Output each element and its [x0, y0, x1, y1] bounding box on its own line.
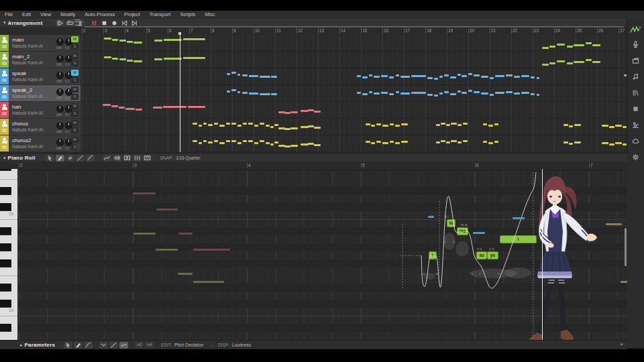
- tool-freehand-button[interactable]: [119, 342, 128, 349]
- piano-roll-vertical-scrollbar[interactable]: [625, 228, 627, 266]
- piano-roll-body[interactable]: C5C4 ikimasuyoik im as uy oaialkclsuoal: [0, 169, 627, 340]
- zoom-x4-button[interactable]: ×4: [145, 342, 154, 348]
- microphone-icon[interactable]: [630, 39, 641, 50]
- tool-keyboard-button[interactable]: [143, 155, 152, 162]
- track-row-main_2[interactable]: main_2Natsuki Karin AI0dB0.0MS: [0, 52, 80, 68]
- solo-button[interactable]: S: [71, 60, 78, 66]
- gain-knob[interactable]: [56, 88, 64, 96]
- play-from-start-button[interactable]: [56, 19, 64, 26]
- loop-button[interactable]: [66, 19, 74, 26]
- tool-split-half-button[interactable]: [123, 155, 131, 162]
- edit-value[interactable]: Pitch Deviation: [174, 343, 203, 347]
- tool-waveform-button[interactable]: [113, 155, 121, 162]
- snap-value[interactable]: 1/16 Quarter: [176, 156, 201, 160]
- piano-roll-note[interactable]: yo: [487, 251, 498, 259]
- tool-collapse-button[interactable]: [99, 342, 108, 349]
- piano-roll-note[interactable]: su: [476, 251, 487, 259]
- swap-arrow-icon[interactable]: ↔: [210, 343, 215, 347]
- mixer-desk-icon[interactable]: [630, 119, 641, 130]
- menu-item-view[interactable]: View: [36, 11, 56, 19]
- mute-button[interactable]: M: [71, 36, 78, 42]
- solo-button[interactable]: S: [71, 111, 78, 117]
- menu-item-edit[interactable]: Edit: [17, 11, 36, 19]
- stop-button[interactable]: [100, 19, 109, 26]
- black-key[interactable]: [0, 284, 11, 292]
- menu-item-modify[interactable]: Modify: [56, 11, 80, 19]
- track-row-hah[interactable]: hahNatsuki Karin AI0dB0.0MS: [0, 102, 80, 119]
- stack-icon[interactable]: [630, 103, 641, 114]
- arrangement-grid[interactable]: [81, 35, 627, 152]
- mute-button[interactable]: M: [71, 120, 78, 126]
- black-key[interactable]: [0, 169, 11, 171]
- settings-gear-icon[interactable]: [630, 152, 641, 162]
- tool-pitch-curve-button[interactable]: [103, 155, 111, 162]
- clapperboard-icon[interactable]: [630, 55, 641, 66]
- piano-roll-playhead[interactable]: [542, 169, 543, 340]
- track-color-strip[interactable]: [0, 52, 9, 68]
- piano-roll-note[interactable]: ki: [447, 219, 455, 227]
- piano-roll-note[interactable]: ma: [457, 227, 468, 235]
- track-color-strip[interactable]: [0, 102, 9, 118]
- solo-button[interactable]: S: [71, 77, 78, 83]
- tool-line-button[interactable]: [109, 342, 118, 349]
- tool-curve-button[interactable]: [86, 155, 95, 162]
- piano-keyboard[interactable]: C5C4: [0, 169, 17, 340]
- track-row-main[interactable]: mainNatsuki Karin AI0dB0.0MS: [0, 35, 80, 52]
- tool-sigmoid-button[interactable]: [84, 342, 93, 349]
- music-note-icon[interactable]: [630, 71, 641, 82]
- gain-knob[interactable]: [56, 55, 64, 62]
- tool-eraser-button[interactable]: [66, 155, 74, 162]
- chevron-right-icon[interactable]: ▸: [20, 343, 23, 348]
- disp-value[interactable]: Loudness: [232, 343, 251, 347]
- track-list-menu-icon[interactable]: [74, 19, 80, 25]
- solo-button[interactable]: S: [71, 44, 78, 50]
- zoom-x2-button[interactable]: ×2: [135, 342, 144, 348]
- gain-knob[interactable]: [56, 122, 64, 129]
- black-key[interactable]: [0, 227, 11, 235]
- tool-pencil-button[interactable]: [74, 342, 83, 349]
- menu-item-file[interactable]: File: [0, 11, 17, 19]
- black-key[interactable]: [0, 203, 11, 211]
- track-color-strip[interactable]: [0, 68, 9, 84]
- track-row-speak[interactable]: speakNatsuki Karin AI0dB0.0MS: [0, 68, 80, 85]
- tool-split-thirds-button[interactable]: [133, 155, 142, 162]
- skip-forward-button[interactable]: [130, 19, 139, 26]
- track-row-chorus[interactable]: chorusNatsuki Karin AI0dB0.0MS: [0, 119, 80, 135]
- track-color-strip[interactable]: [0, 35, 9, 51]
- black-key[interactable]: [0, 187, 11, 195]
- gain-knob[interactable]: [56, 38, 64, 46]
- track-color-strip[interactable]: [0, 119, 9, 135]
- mute-button[interactable]: M: [71, 53, 78, 59]
- tool-pointer-button[interactable]: [64, 342, 72, 349]
- close-parameters-icon[interactable]: ×: [619, 341, 625, 347]
- synthv-logo[interactable]: [630, 24, 641, 35]
- record-button[interactable]: [110, 19, 119, 26]
- tool-pencil-button[interactable]: [56, 155, 64, 162]
- tool-line-button[interactable]: [76, 155, 85, 162]
- solo-button[interactable]: S: [71, 127, 78, 133]
- piano-roll-note[interactable]: i: [429, 251, 437, 259]
- black-key[interactable]: [0, 259, 11, 267]
- black-key[interactable]: [0, 324, 11, 332]
- mute-button[interactable]: M: [71, 70, 78, 76]
- track-list-footer-button[interactable]: [75, 144, 80, 149]
- mute-button[interactable]: M: [71, 137, 78, 143]
- menu-item-transport[interactable]: Transport: [145, 11, 176, 19]
- track-color-strip[interactable]: [0, 135, 9, 152]
- tool-pointer-button[interactable]: [46, 155, 54, 162]
- pause-button[interactable]: [90, 19, 99, 26]
- black-key[interactable]: [0, 300, 11, 308]
- menu-item-scripts[interactable]: Scripts: [175, 11, 200, 19]
- menu-item-auto-process[interactable]: Auto-Process: [80, 11, 119, 19]
- chevron-down-icon[interactable]: ▾: [3, 156, 6, 161]
- mute-button[interactable]: M: [71, 86, 78, 93]
- track-color-strip[interactable]: [0, 85, 9, 101]
- solo-button[interactable]: S: [71, 94, 78, 100]
- black-key[interactable]: [0, 243, 11, 251]
- gain-knob[interactable]: [56, 139, 64, 146]
- cloud-icon[interactable]: [630, 135, 641, 146]
- track-row-chorus2[interactable]: chorus2Natsuki Karin AI0dB0.0MS: [0, 135, 80, 152]
- mute-button[interactable]: M: [71, 103, 78, 109]
- skip-back-button[interactable]: [120, 19, 129, 26]
- chevron-down-icon[interactable]: ▾: [3, 20, 6, 25]
